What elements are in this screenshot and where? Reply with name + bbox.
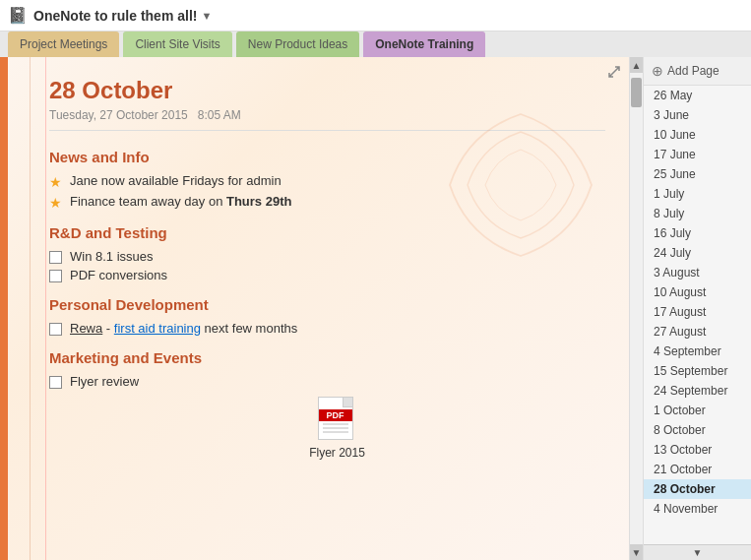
- page-list-item-10-august[interactable]: 10 August: [644, 282, 751, 302]
- right-sidebar: ⊕ Add Page 26 May3 June10 June17 June25 …: [643, 57, 751, 560]
- page-list-item-25-june[interactable]: 25 June: [644, 164, 751, 184]
- title-dropdown-icon[interactable]: ▼: [201, 10, 212, 22]
- star-icon: ★: [49, 174, 62, 190]
- pdf-type-label: PDF: [319, 409, 352, 421]
- page-list-item-26-may[interactable]: 26 May: [644, 86, 751, 105]
- app-title: OneNote to rule them all!: [33, 8, 197, 24]
- add-page-button[interactable]: ⊕ Add Page: [644, 57, 751, 86]
- checkbox[interactable]: [49, 376, 62, 389]
- page-list-item-24-september[interactable]: 24 September: [644, 381, 751, 401]
- section-heading-marketing: Marketing and Events: [49, 349, 605, 366]
- top-bar: 📓 OneNote to rule them all! ▼: [0, 0, 751, 31]
- list-item: ★ Finance team away day on Thurs 29th: [49, 194, 605, 211]
- section-heading-rd: R&D and Testing: [49, 224, 605, 241]
- page-content: 28 October Tuesday, 27 October 2015 8:05…: [49, 77, 605, 540]
- main-area: 28 October Tuesday, 27 October 2015 8:05…: [0, 57, 751, 560]
- pdf-lines: [323, 423, 348, 435]
- underline-text: Rewa: [70, 321, 102, 336]
- sidebar-scroll-down-button[interactable]: ▼: [644, 544, 751, 560]
- page-date: Tuesday, 27 October 2015 8:05 AM: [49, 108, 605, 131]
- page-list-item-4-november[interactable]: 4 November: [644, 499, 751, 519]
- page-list-item-15-september[interactable]: 15 September: [644, 361, 751, 381]
- expand-button[interactable]: [605, 63, 623, 81]
- app-icon: 📓: [8, 6, 28, 25]
- first-aid-training-link[interactable]: first aid training: [114, 321, 201, 336]
- page-list-item-27-august[interactable]: 27 August: [644, 322, 751, 342]
- list-item: ★ Jane now available Fridays for admin: [49, 173, 605, 190]
- page-list: 26 May3 June10 June17 June25 June1 July8…: [644, 86, 751, 544]
- page-list-item-3-august[interactable]: 3 August: [644, 263, 751, 282]
- pdf-attachment[interactable]: PDF Flyer 2015: [69, 395, 605, 460]
- pdf-icon: PDF: [318, 395, 357, 442]
- page-list-item-17-august[interactable]: 17 August: [644, 302, 751, 322]
- page-list-item-8-october[interactable]: 8 October: [644, 420, 751, 440]
- section-heading-personal: Personal Development: [49, 296, 605, 313]
- checkbox[interactable]: [49, 270, 62, 282]
- scroll-down-button[interactable]: ▼: [630, 544, 644, 560]
- scroll-up-button[interactable]: ▲: [630, 57, 644, 73]
- tab-bar: Project Meetings Client Site Visits New …: [0, 31, 751, 57]
- tab-client-site-visits[interactable]: Client Site Visits: [123, 31, 231, 57]
- scroll-thumb[interactable]: [631, 78, 642, 107]
- page-list-item-28-october[interactable]: 28 October: [644, 479, 751, 499]
- add-page-label: Add Page: [667, 64, 720, 78]
- page-list-item-3-june[interactable]: 3 June: [644, 105, 751, 125]
- page-list-item-21-october[interactable]: 21 October: [644, 460, 751, 479]
- page-title: 28 October: [49, 77, 605, 104]
- page-list-item-1-october[interactable]: 1 October: [644, 401, 751, 420]
- page-list-item-13-october[interactable]: 13 October: [644, 440, 751, 460]
- page-list-item-17-june[interactable]: 17 June: [644, 145, 751, 164]
- checkbox[interactable]: [49, 251, 62, 264]
- section-heading-news: News and Info: [49, 149, 605, 165]
- page-list-item-8-july[interactable]: 8 July: [644, 204, 751, 223]
- page-list-item-4-september[interactable]: 4 September: [644, 342, 751, 361]
- list-item: PDF conversions: [49, 268, 605, 282]
- tab-project-meetings[interactable]: Project Meetings: [8, 31, 119, 57]
- list-item: Win 8.1 issues: [49, 249, 605, 264]
- page-list-item-1-july[interactable]: 1 July: [644, 184, 751, 204]
- checkbox[interactable]: [49, 323, 62, 336]
- add-page-icon: ⊕: [652, 63, 663, 79]
- tab-onenote-training[interactable]: OneNote Training: [363, 31, 485, 57]
- scroll-track: [630, 73, 643, 544]
- star-icon: ★: [49, 195, 62, 211]
- page-list-item-24-july[interactable]: 24 July: [644, 243, 751, 263]
- list-item: Flyer review: [49, 374, 605, 389]
- content-scrollbar: ▲ ▼: [629, 57, 643, 560]
- pdf-fold: [343, 398, 352, 407]
- inner-border: [30, 57, 31, 560]
- content-area: 28 October Tuesday, 27 October 2015 8:05…: [0, 57, 629, 560]
- attachment-filename: Flyer 2015: [309, 446, 365, 460]
- left-border: [0, 57, 8, 560]
- list-item: Rewa - first aid training next few month…: [49, 321, 605, 336]
- pdf-body: PDF: [318, 397, 353, 440]
- tab-new-product-ideas[interactable]: New Product Ideas: [236, 31, 359, 57]
- page-list-item-10-june[interactable]: 10 June: [644, 125, 751, 145]
- page-list-item-16-july[interactable]: 16 July: [644, 223, 751, 243]
